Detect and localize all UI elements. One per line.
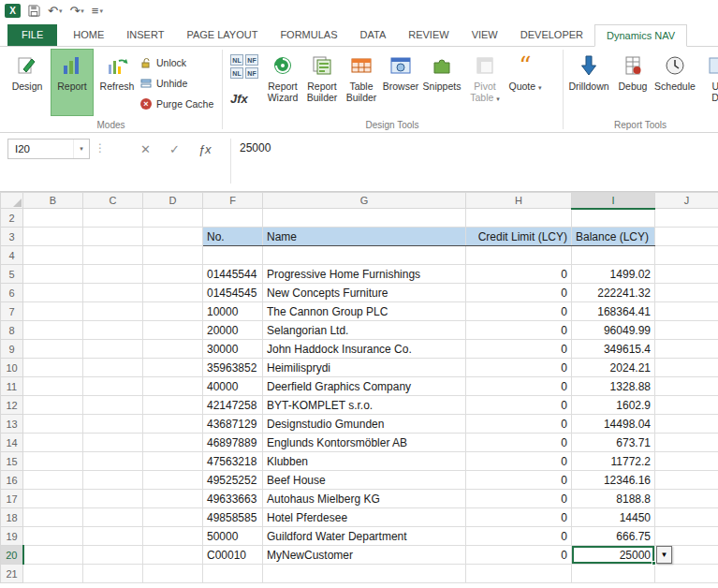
cell-C8[interactable] — [83, 321, 143, 340]
row-header-14[interactable]: 14 — [1, 434, 23, 452]
design-button[interactable]: Design — [6, 49, 49, 116]
cell-I8[interactable]: 96049.99 — [572, 321, 655, 340]
row-header-12[interactable]: 12 — [1, 396, 23, 415]
cell-J18[interactable] — [655, 508, 718, 527]
schedule-button[interactable]: Schedule — [652, 49, 697, 116]
cell-C10[interactable] — [83, 359, 143, 377]
row-header-3[interactable]: 3 — [1, 228, 23, 246]
cell-C13[interactable] — [83, 415, 143, 434]
cell-F4[interactable] — [203, 246, 263, 265]
insert-function-button[interactable]: ƒx — [198, 142, 212, 156]
cell-H2[interactable] — [466, 209, 572, 228]
cell-J13[interactable] — [655, 415, 718, 434]
cell-C19[interactable] — [83, 527, 143, 546]
cell-B15[interactable] — [23, 452, 83, 471]
row-header-7[interactable]: 7 — [1, 302, 23, 321]
cell-F6[interactable]: 01454545 — [203, 284, 263, 302]
cell-F7[interactable]: 10000 — [203, 302, 263, 321]
cell-F11[interactable]: 40000 — [203, 377, 263, 396]
cell-F16[interactable]: 49525252 — [203, 471, 263, 490]
tab-home[interactable]: HOME — [62, 24, 115, 46]
cell-I18[interactable]: 14450 — [572, 508, 655, 527]
row-header-11[interactable]: 11 — [1, 377, 23, 396]
cell-I5[interactable]: 1499.02 — [572, 265, 655, 284]
cell-B2[interactable] — [23, 209, 83, 228]
cell-D4[interactable] — [143, 246, 203, 265]
column-header-F[interactable]: F — [203, 193, 263, 209]
unlock-button[interactable]: Unlock — [140, 54, 186, 71]
column-header-I[interactable]: I — [572, 193, 655, 209]
cell-H18[interactable]: 0 — [466, 508, 572, 527]
cell-J16[interactable] — [655, 471, 718, 490]
cell-F18[interactable]: 49858585 — [203, 508, 263, 527]
cell-F9[interactable]: 30000 — [203, 340, 263, 359]
undo-button[interactable]: ↶ ▾ — [48, 5, 62, 17]
name-box[interactable]: I20 ▾ — [7, 139, 90, 159]
cell-C20[interactable] — [83, 546, 143, 565]
cell-B19[interactable] — [23, 527, 83, 546]
cell-J6[interactable] — [655, 284, 718, 302]
tab-page-layout[interactable]: PAGE LAYOUT — [175, 24, 269, 46]
cell-H14[interactable]: 0 — [466, 434, 572, 452]
row-header-19[interactable]: 19 — [1, 527, 23, 546]
column-header-G[interactable]: G — [263, 193, 466, 209]
cell-G8[interactable]: Selangorian Ltd. — [263, 321, 466, 340]
cell-H13[interactable]: 0 — [466, 415, 572, 434]
column-header-C[interactable]: C — [83, 193, 143, 209]
row-header-4[interactable]: 4 — [1, 246, 23, 265]
cell-D12[interactable] — [143, 396, 203, 415]
cell-I6[interactable]: 222241.32 — [572, 284, 655, 302]
report-button[interactable]: Report — [51, 49, 94, 116]
cell-D7[interactable] — [143, 302, 203, 321]
cell-H16[interactable]: 0 — [466, 471, 572, 490]
column-header-H[interactable]: H — [466, 193, 572, 209]
browser-button[interactable]: Browser — [381, 49, 420, 116]
cell-J17[interactable] — [655, 490, 718, 508]
cell-H4[interactable] — [466, 246, 572, 265]
table-builder-button[interactable]: Table Builder — [342, 49, 381, 116]
cell-C14[interactable] — [83, 434, 143, 452]
column-header-J[interactable]: J — [655, 193, 718, 209]
select-all-corner[interactable] — [1, 193, 23, 209]
cell-G2[interactable] — [263, 209, 466, 228]
cell-H11[interactable]: 0 — [466, 377, 572, 396]
jfx-button[interactable]: Jfx — [230, 92, 248, 106]
cell-H5[interactable]: 0 — [466, 265, 572, 284]
tab-developer[interactable]: DEVELOPER — [509, 24, 594, 46]
cell-B7[interactable] — [23, 302, 83, 321]
cell-H19[interactable]: 0 — [466, 527, 572, 546]
tab-view[interactable]: VIEW — [461, 24, 509, 46]
name-box-dropdown-icon[interactable]: ▾ — [73, 140, 89, 158]
cell-F5[interactable]: 01445544 — [203, 265, 263, 284]
cell-F21[interactable] — [203, 565, 263, 583]
cell-B18[interactable] — [23, 508, 83, 527]
cell-D19[interactable] — [143, 527, 203, 546]
cell-J5[interactable] — [655, 265, 718, 284]
row-header-16[interactable]: 16 — [1, 471, 23, 490]
cell-G17[interactable]: Autohaus Mielberg KG — [263, 490, 466, 508]
cell-B8[interactable] — [23, 321, 83, 340]
cell-D13[interactable] — [143, 415, 203, 434]
cell-C9[interactable] — [83, 340, 143, 359]
cell-D15[interactable] — [143, 452, 203, 471]
row-header-2[interactable]: 2 — [1, 209, 23, 228]
column-header-D[interactable]: D — [143, 193, 203, 209]
cell-B5[interactable] — [23, 265, 83, 284]
nf-function-button[interactable]: NF — [245, 54, 258, 66]
cell-D5[interactable] — [143, 265, 203, 284]
cell-G9[interactable]: John Haddock Insurance Co. — [263, 340, 466, 359]
cell-G12[interactable]: BYT-KOMPLET s.r.o. — [263, 396, 466, 415]
cell-J8[interactable] — [655, 321, 718, 340]
row-header-17[interactable]: 17 — [1, 490, 23, 508]
cell-J2[interactable] — [655, 209, 718, 228]
cell-H9[interactable]: 0 — [466, 340, 572, 359]
cell-J15[interactable] — [655, 452, 718, 471]
cell-F19[interactable]: 50000 — [203, 527, 263, 546]
cell-H15[interactable]: 0 — [466, 452, 572, 471]
cell-G6[interactable]: New Concepts Furniture — [263, 284, 466, 302]
cell-C21[interactable] — [83, 565, 143, 583]
cell-B21[interactable] — [23, 565, 83, 583]
tab-dynamics-nav[interactable]: Dynamics NAV — [594, 24, 687, 47]
cell-I9[interactable]: 349615.4 — [572, 340, 655, 359]
cell-G10[interactable]: Heimilisprydi — [263, 359, 466, 377]
